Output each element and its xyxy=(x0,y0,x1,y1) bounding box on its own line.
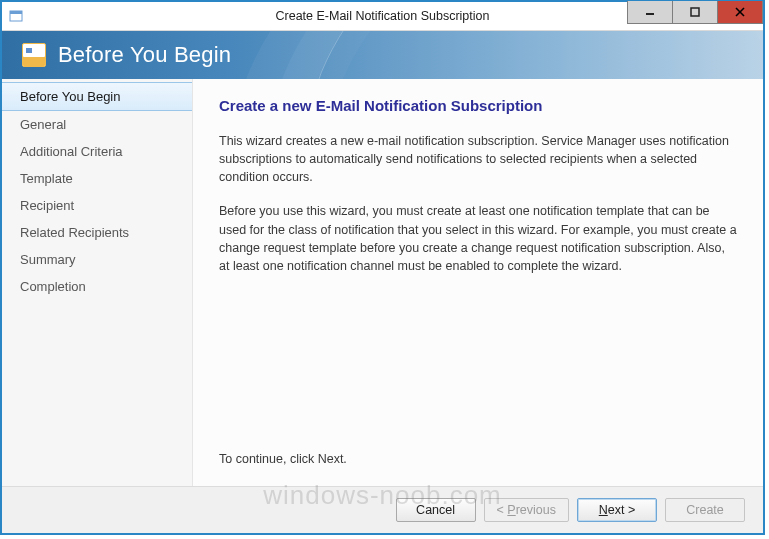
svg-rect-3 xyxy=(691,8,699,16)
maximize-button[interactable] xyxy=(673,1,718,24)
page-title: Create a new E-Mail Notification Subscri… xyxy=(219,97,737,114)
step-summary[interactable]: Summary xyxy=(2,246,192,273)
create-button: Create xyxy=(665,498,745,522)
intro-paragraph-2: Before you use this wizard, you must cre… xyxy=(219,202,737,275)
wizard-banner: Before You Begin xyxy=(2,31,763,79)
wizard-footer: Cancel < Previous Next > Create xyxy=(2,486,763,533)
svg-rect-1 xyxy=(10,11,22,14)
step-general[interactable]: General xyxy=(2,111,192,138)
window-controls xyxy=(627,2,763,30)
step-before-you-begin[interactable]: Before You Begin xyxy=(2,82,192,111)
intro-paragraph-1: This wizard creates a new e-mail notific… xyxy=(219,132,737,186)
next-button[interactable]: Next > xyxy=(577,498,657,522)
cancel-button[interactable]: Cancel xyxy=(396,498,476,522)
close-button[interactable] xyxy=(718,1,763,24)
minimize-button[interactable] xyxy=(627,1,673,24)
step-related-recipients[interactable]: Related Recipients xyxy=(2,219,192,246)
step-recipient[interactable]: Recipient xyxy=(2,192,192,219)
title-bar: Create E-Mail Notification Subscription xyxy=(2,2,763,31)
step-template[interactable]: Template xyxy=(2,165,192,192)
banner-heading: Before You Begin xyxy=(58,42,231,68)
wizard-content: Create a new E-Mail Notification Subscri… xyxy=(193,79,763,486)
mail-icon xyxy=(22,43,46,67)
wizard-body: Before You Begin General Additional Crit… xyxy=(2,79,763,486)
wizard-window: Create E-Mail Notification Subscription … xyxy=(0,0,765,535)
step-completion[interactable]: Completion xyxy=(2,273,192,300)
previous-button: < Previous xyxy=(484,498,569,522)
wizard-steps-sidebar: Before You Begin General Additional Crit… xyxy=(2,79,193,486)
step-additional-criteria[interactable]: Additional Criteria xyxy=(2,138,192,165)
continue-hint: To continue, click Next. xyxy=(219,452,737,466)
app-icon xyxy=(8,8,24,24)
